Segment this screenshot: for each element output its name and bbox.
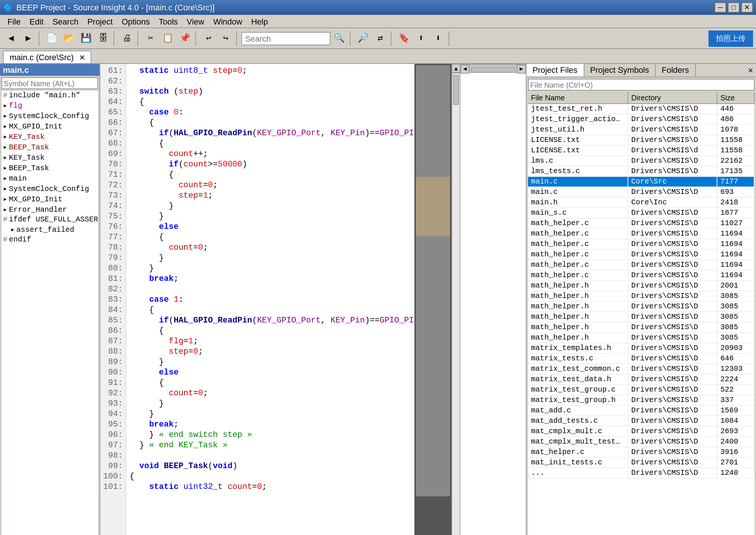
scroll-up-button[interactable]: ▲ xyxy=(452,64,460,73)
file-row[interactable]: jtest_test_ret.hDrivers\CMSIS\D446 xyxy=(528,104,755,114)
menu-file[interactable]: File xyxy=(3,16,25,26)
menu-project[interactable]: Project xyxy=(83,16,117,26)
menu-tools[interactable]: Tools xyxy=(154,16,182,26)
replace-button[interactable]: ⇄ xyxy=(372,30,388,46)
file-row[interactable]: math_helper.hDrivers\CMSIS\D2001 xyxy=(528,281,755,291)
file-row[interactable]: matrix_test_common.cDrivers\CMSIS\D12303 xyxy=(528,364,755,374)
tree-item-sysclock[interactable]: ▸ SystemClock_Config xyxy=(1,111,98,121)
code-text[interactable]: static uint8_t step=0; switch (step) { c… xyxy=(127,64,414,535)
tab-close-icon[interactable]: ✕ xyxy=(79,54,85,62)
file-row[interactable]: lms_tests.cDrivers\CMSIS\D17135 xyxy=(528,166,755,177)
file-row[interactable]: matrix_test_data.hDrivers\CMSIS\D2224 xyxy=(528,374,755,385)
tree-item-sysclock2[interactable]: ▸ SystemClock_Config xyxy=(1,184,98,194)
file-row[interactable]: LICENSE.txtDrivers\CMSIS\D11558 xyxy=(528,135,755,146)
tab-main-c[interactable]: main.c (Core\Src) ✕ xyxy=(3,51,92,63)
scroll-right-button[interactable]: ▶ xyxy=(517,64,526,73)
paste-button[interactable]: 📌 xyxy=(177,30,193,46)
file-row[interactable]: math_helper.hDrivers\CMSIS\D3085 xyxy=(528,312,755,322)
file-row[interactable]: matrix_tests.cDrivers\CMSIS\D646 xyxy=(528,354,755,364)
menu-view[interactable]: View xyxy=(182,16,209,26)
maximize-button[interactable]: □ xyxy=(728,2,740,13)
tree-item-endif[interactable]: # endif xyxy=(1,235,98,244)
tree-item-mxgpio2[interactable]: ▸ MX_GPIO_Init xyxy=(1,194,98,204)
tree-item-keytask2[interactable]: ▸ KEY_Task xyxy=(1,152,98,163)
menu-help[interactable]: Help xyxy=(247,16,272,26)
file-row[interactable]: main_s.cDrivers\CMSIS\D1877 xyxy=(528,208,755,218)
tree-item-beeptask1[interactable]: ▸ BEEP_Task xyxy=(1,142,98,152)
undo-button[interactable]: ↩ xyxy=(201,30,217,46)
new-file-button[interactable]: 📄 xyxy=(44,30,60,46)
file-search-input[interactable] xyxy=(528,79,755,91)
find-button[interactable]: 🔎 xyxy=(355,30,371,46)
file-row[interactable]: matrix_test_group.hDrivers\CMSIS\D337 xyxy=(528,395,755,406)
search-go-button[interactable]: 🔍 xyxy=(331,30,348,46)
minimize-button[interactable]: ─ xyxy=(714,2,726,13)
file-row[interactable]: math_helper.hDrivers\CMSIS\D3085 xyxy=(528,291,755,302)
save-button[interactable]: 💾 xyxy=(78,30,94,46)
file-row[interactable]: jtest_trigger_action.cDrivers\CMSIS\D486 xyxy=(528,114,755,125)
scroll-thumb[interactable] xyxy=(453,75,459,105)
prev-bookmark-button[interactable]: ⬆ xyxy=(413,30,429,46)
col-filename[interactable]: File Name xyxy=(528,92,628,103)
h-scroll-thumb[interactable] xyxy=(471,67,515,72)
file-row[interactable]: mat_add_tests.cDrivers\CMSIS\D1084 xyxy=(528,416,755,427)
file-row[interactable]: math_helper.hDrivers\CMSIS\D3085 xyxy=(528,302,755,312)
file-row[interactable]: jtest_util.hDrivers\CMSIS\D1078 xyxy=(528,125,755,135)
file-row[interactable]: math_helper.cDrivers\CMSIS\D11694 xyxy=(528,239,755,250)
menu-window[interactable]: Window xyxy=(209,16,247,26)
symbol-search-input[interactable] xyxy=(1,77,98,89)
panel-close-button[interactable]: ✕ xyxy=(745,64,756,77)
file-row[interactable]: math_helper.cDrivers\CMSIS\D11027 xyxy=(528,218,755,229)
file-row-selected[interactable]: main.cCore\Src7177 xyxy=(528,177,755,187)
open-button[interactable]: 📂 xyxy=(61,30,77,46)
file-row[interactable]: math_helper.cDrivers\CMSIS\D11694 xyxy=(528,250,755,260)
horizontal-scrollbar[interactable]: ◀ ▶ xyxy=(460,64,526,73)
file-row[interactable]: main.cDrivers\CMSIS\D693 xyxy=(528,187,755,198)
file-row[interactable]: matrix_templates.hDrivers\CMSIS\D20903 xyxy=(528,343,755,354)
settings-button[interactable]: 拍照上传 xyxy=(708,30,753,46)
search-input[interactable] xyxy=(241,32,330,45)
tab-project-files[interactable]: Project Files xyxy=(527,64,584,77)
copy-button[interactable]: 📋 xyxy=(160,30,176,46)
file-row[interactable]: math_helper.hDrivers\CMSIS\D3085 xyxy=(528,322,755,333)
file-row[interactable]: mat_helper.cDrivers\CMSIS\D3916 xyxy=(528,447,755,458)
next-bookmark-button[interactable]: ⬇ xyxy=(430,30,446,46)
cut-button[interactable]: ✂ xyxy=(143,30,159,46)
file-row[interactable]: LICENSE.txtDrivers\CMSIS\d11558 xyxy=(528,146,755,156)
file-row[interactable]: matrix_test_group.cDrivers\CMSIS\D522 xyxy=(528,385,755,395)
tree-item-ifdef[interactable]: # ifdef USE_FULL_ASSERT xyxy=(1,215,98,224)
file-row[interactable]: math_helper.cDrivers\CMSIS\D11694 xyxy=(528,260,755,270)
col-size[interactable]: Size xyxy=(717,92,755,103)
file-row[interactable]: math_helper.cDrivers\CMSIS\D11694 xyxy=(528,270,755,281)
redo-button[interactable]: ↪ xyxy=(218,30,234,46)
file-row[interactable]: mat_cmplx_mult_tests.Drivers\CMSIS\D2400 xyxy=(528,437,755,447)
tab-folders[interactable]: Folders xyxy=(656,64,695,77)
menu-edit[interactable]: Edit xyxy=(25,16,48,26)
file-row[interactable]: ...Drivers\CMSIS\D1240 xyxy=(528,468,755,479)
print-button[interactable]: 🖨 xyxy=(119,30,135,46)
tree-item-assert[interactable]: ▸ assert_failed xyxy=(1,224,98,235)
col-directory[interactable]: Directory xyxy=(628,92,717,103)
tree-item-error[interactable]: ▸ Error_Handler xyxy=(1,204,98,215)
vertical-scrollbar[interactable]: ▲ ▼ xyxy=(452,64,460,535)
file-row[interactable]: mat_add.cDrivers\CMSIS\D1569 xyxy=(528,406,755,416)
tree-item-include[interactable]: # include "main.h" xyxy=(1,91,98,100)
file-row[interactable]: main.hCore\Inc2418 xyxy=(528,198,755,208)
close-button[interactable]: ✕ xyxy=(741,2,753,13)
forward-button[interactable]: ▶ xyxy=(20,30,36,46)
tree-item-keytask1[interactable]: ▸ KEY_Task xyxy=(1,132,98,142)
scroll-left-button[interactable]: ◀ xyxy=(460,64,469,73)
file-row[interactable]: mat_init_tests.cDrivers\CMSIS\D2701 xyxy=(528,458,755,468)
back-button[interactable]: ◀ xyxy=(3,30,19,46)
menu-search[interactable]: Search xyxy=(48,16,83,26)
file-row[interactable]: lms.cDrivers\CMSIS\D22162 xyxy=(528,156,755,166)
tree-item-beeptask2[interactable]: ▸ BEEP_Task xyxy=(1,163,98,173)
menu-options[interactable]: Options xyxy=(117,16,154,26)
tab-project-symbols[interactable]: Project Symbols xyxy=(584,64,656,77)
tree-item-mxgpio[interactable]: ▸ MX_GPIO_Init xyxy=(1,121,98,132)
save-all-button[interactable]: 🗄 xyxy=(95,30,111,46)
tree-item-main[interactable]: ▸ main xyxy=(1,173,98,184)
bookmark-button[interactable]: 🔖 xyxy=(396,30,412,46)
file-row[interactable]: math_helper.hDrivers\CMSIS\D3085 xyxy=(528,333,755,343)
file-row[interactable]: math_helper.cDrivers\CMSIS\D11694 xyxy=(528,229,755,239)
